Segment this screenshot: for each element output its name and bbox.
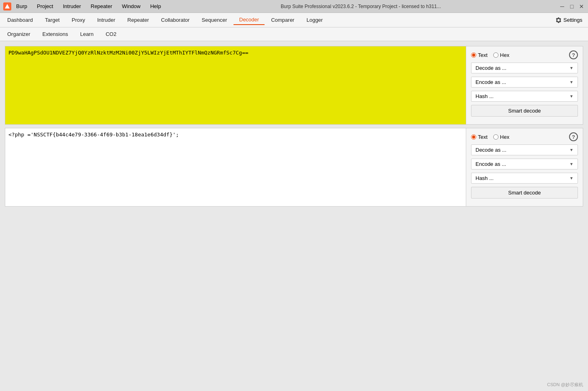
decode-as-dropdown-1[interactable]: Decode as ... ▼: [471, 63, 578, 73]
svg-marker-0: [5, 4, 10, 8]
decoder-controls-2: Text Hex ? Decode as ... ▼ Encode as ...…: [466, 128, 583, 206]
hex-radio-1[interactable]: [493, 52, 498, 58]
decode-as-chevron-1: ▼: [569, 66, 573, 70]
hex-radio-text-1: Hex: [500, 52, 509, 58]
nav-repeater[interactable]: Repeater: [122, 15, 154, 25]
text-radio-1[interactable]: [471, 52, 476, 58]
encode-as-chevron-2: ▼: [569, 162, 573, 166]
nav-proxy[interactable]: Proxy: [66, 15, 91, 25]
decode-as-dropdown-2[interactable]: Decode as ... ▼: [471, 144, 578, 155]
menu-project[interactable]: Project: [35, 2, 54, 10]
menu-bar-secondary: Organizer Extensions Learn CO2: [0, 27, 588, 41]
menu-bar-primary: Dashboard Target Proxy Intruder Repeater…: [0, 13, 588, 27]
maximize-button[interactable]: □: [569, 3, 575, 10]
help-icon-2[interactable]: ?: [569, 132, 578, 141]
help-icon-1[interactable]: ?: [569, 50, 578, 59]
hex-radio-label-1[interactable]: Hex: [493, 52, 509, 58]
text-radio-label-1[interactable]: Text: [471, 52, 488, 58]
hash-chevron-1: ▼: [569, 94, 573, 98]
nav-comparer[interactable]: Comparer: [265, 15, 300, 25]
format-selector-1: Text Hex ?: [471, 50, 578, 59]
nav-intruder[interactable]: Intruder: [92, 15, 121, 25]
decode-as-label-1: Decode as ...: [475, 65, 507, 71]
hash-label-1: Hash ...: [475, 93, 494, 99]
hash-dropdown-1[interactable]: Hash ... ▼: [471, 91, 578, 102]
nav-target[interactable]: Target: [40, 15, 65, 25]
close-button[interactable]: ✕: [578, 3, 585, 10]
decoder-input-1[interactable]: [5, 46, 466, 124]
decode-as-chevron-2: ▼: [569, 148, 573, 152]
hex-radio-2[interactable]: [493, 134, 498, 140]
settings-label: Settings: [563, 17, 582, 23]
smart-decode-button-2[interactable]: Smart decode: [471, 187, 578, 199]
nav-co2[interactable]: CO2: [100, 29, 122, 39]
hash-chevron-2: ▼: [569, 176, 573, 180]
nav-organizer[interactable]: Organizer: [2, 29, 36, 39]
encode-as-label-2: Encode as ...: [475, 161, 506, 167]
watermark: CSDN @妙尽瘊机: [547, 382, 583, 388]
nav-learn[interactable]: Learn: [75, 29, 99, 39]
hex-radio-label-2[interactable]: Hex: [493, 134, 509, 140]
decoder-panel-1: Text Hex ? Decode as ... ▼ Encode as ...…: [5, 46, 583, 125]
hex-radio-text-2: Hex: [500, 134, 509, 140]
encode-as-label-1: Encode as ...: [475, 79, 506, 85]
text-radio-label-2[interactable]: Text: [471, 134, 488, 140]
app-logo: [3, 2, 11, 10]
settings-button[interactable]: Settings: [551, 15, 586, 25]
encode-as-chevron-1: ▼: [569, 80, 573, 84]
decode-as-label-2: Decode as ...: [475, 147, 507, 153]
title-bar: Burp Project Intruder Repeater Window He…: [0, 0, 588, 13]
nav-extensions[interactable]: Extensions: [37, 29, 74, 39]
main-content: Text Hex ? Decode as ... ▼ Encode as ...…: [0, 41, 588, 391]
text-radio-text-1: Text: [478, 52, 488, 58]
format-selector-2: Text Hex ?: [471, 132, 578, 141]
encode-as-dropdown-2[interactable]: Encode as ... ▼: [471, 159, 578, 169]
menu-repeater[interactable]: Repeater: [89, 2, 114, 10]
smart-decode-button-1[interactable]: Smart decode: [471, 105, 578, 117]
decoder-input-2[interactable]: [5, 128, 466, 206]
nav-logger[interactable]: Logger: [301, 15, 328, 25]
menu-burp[interactable]: Burp: [15, 2, 29, 10]
window-title: Burp Suite Professional v2023.6.2 - Temp…: [163, 4, 559, 9]
hash-label-2: Hash ...: [475, 175, 494, 181]
nav-collaborator[interactable]: Collaborator: [155, 15, 195, 25]
menu-help[interactable]: Help: [148, 2, 163, 10]
nav-decoder[interactable]: Decoder: [234, 15, 265, 25]
hash-dropdown-2[interactable]: Hash ... ▼: [471, 173, 578, 184]
window-controls: ─ □ ✕: [559, 3, 585, 10]
menu-window[interactable]: Window: [120, 2, 142, 10]
decoder-controls-1: Text Hex ? Decode as ... ▼ Encode as ...…: [466, 46, 583, 124]
decoder-panel-2: Text Hex ? Decode as ... ▼ Encode as ...…: [5, 128, 583, 207]
text-radio-text-2: Text: [478, 134, 488, 140]
encode-as-dropdown-1[interactable]: Encode as ... ▼: [471, 77, 578, 88]
nav-sequencer[interactable]: Sequencer: [196, 15, 233, 25]
text-radio-2[interactable]: [471, 134, 476, 140]
menu-intruder[interactable]: Intruder: [61, 2, 83, 10]
minimize-button[interactable]: ─: [559, 3, 565, 10]
title-bar-menus: Burp Project Intruder Repeater Window He…: [15, 2, 163, 10]
nav-dashboard[interactable]: Dashboard: [2, 15, 39, 25]
